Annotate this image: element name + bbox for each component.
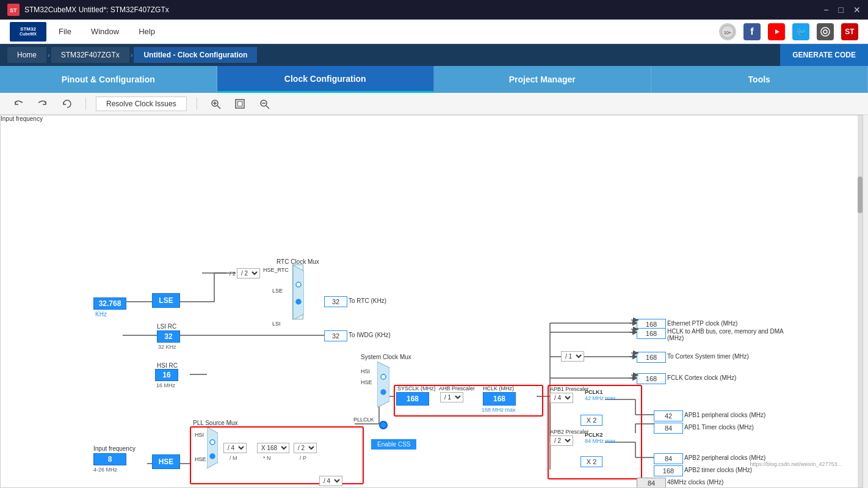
app-logo: STM32 CubeMX bbox=[10, 22, 46, 42]
svg-point-6 bbox=[821, 27, 830, 36]
hsi-val-box: 16 bbox=[155, 369, 178, 381]
cortex-div-select[interactable]: / 1 bbox=[561, 351, 584, 362]
menu-items: File Window Help bbox=[59, 27, 719, 36]
apb2-periph-label: APB2 peripheral clocks (MHz) bbox=[684, 454, 765, 461]
pll-m-select[interactable]: / 4 bbox=[223, 443, 247, 453]
svg-point-59 bbox=[296, 299, 301, 304]
tab-project[interactable]: Project Manager bbox=[434, 66, 651, 93]
cortex-div-container[interactable]: / 1 bbox=[561, 351, 584, 362]
to-iwdg-label: To IWDG (KHz) bbox=[349, 332, 391, 338]
tab-clock[interactable]: Clock Configuration bbox=[217, 66, 435, 93]
lse-block: LSE bbox=[152, 293, 180, 308]
hse-input-label: Input frequency bbox=[93, 445, 136, 452]
resolve-clock-button[interactable]: Resolve Clock Issues bbox=[96, 97, 187, 111]
youtube-icon bbox=[768, 23, 785, 40]
undo-button[interactable] bbox=[10, 95, 27, 112]
breadcrumb-home[interactable]: Home bbox=[7, 47, 46, 63]
clock-diagram: Input frequency 32.768 KHz LSE LSI RC 32… bbox=[1, 115, 849, 470]
refresh-button[interactable] bbox=[59, 95, 76, 112]
pll-m-container[interactable]: / 4 bbox=[223, 443, 247, 453]
tab-tools[interactable]: Tools bbox=[651, 66, 869, 93]
breadcrumb-project[interactable]: Untitled - Clock Configuration bbox=[134, 47, 257, 63]
to-rtc-val: 32 bbox=[324, 296, 347, 307]
ahb-div-select[interactable]: / 1 bbox=[440, 392, 463, 402]
zoom-out-button[interactable] bbox=[256, 95, 273, 112]
pllclk-label: PLLCLK bbox=[353, 417, 374, 423]
generate-code-button[interactable]: GENERATE CODE bbox=[780, 44, 868, 66]
tab-pinout[interactable]: Pinout & Configuration bbox=[0, 66, 217, 93]
pll-p-select[interactable]: / 2 bbox=[294, 443, 317, 453]
lse-value-box[interactable]: 32.768 bbox=[93, 297, 126, 310]
rtc-mux bbox=[292, 264, 303, 319]
rtc-div2-label: / 2 bbox=[230, 271, 236, 277]
watermark: https://blog.csdn.net/weixin_427753... bbox=[750, 461, 842, 467]
svg-line-9 bbox=[217, 106, 220, 109]
apb2-div-container[interactable]: / 2 bbox=[550, 435, 573, 446]
zoom-in-button[interactable] bbox=[207, 95, 224, 112]
badge-icon: 10+ bbox=[719, 23, 736, 40]
minimize-btn[interactable]: − bbox=[823, 5, 828, 15]
pll-q-select[interactable]: / 4 bbox=[319, 476, 342, 486]
hclk-val-box[interactable]: 168 bbox=[483, 392, 516, 406]
svg-point-61 bbox=[381, 374, 386, 379]
social-icons: 10+ f 🐦 ST bbox=[719, 23, 858, 40]
menu-file[interactable]: File bbox=[59, 27, 71, 36]
apb1-timer-val-box: 84 bbox=[654, 423, 683, 434]
maximize-btn[interactable]: □ bbox=[839, 5, 844, 15]
pclk1-label: PCLK1 bbox=[585, 389, 603, 395]
hse-block: HSE bbox=[152, 454, 180, 469]
toolbar-separator bbox=[85, 98, 86, 110]
48mhz-val-box: 84 bbox=[637, 478, 666, 488]
rtc-div-select[interactable]: / 2 bbox=[237, 268, 260, 279]
lsi-rc-label: LSI RC bbox=[157, 323, 176, 330]
apb2-div-select[interactable]: / 2 bbox=[550, 435, 573, 446]
app-icon: ST bbox=[7, 4, 20, 16]
input-freq-lse-label: Input frequency bbox=[1, 115, 43, 122]
apb1-periph-label: APB1 peripheral clocks (MHz) bbox=[684, 412, 765, 418]
pll-q-container[interactable]: / 4 bbox=[319, 476, 342, 486]
eth-ptp-label: Ethernet PTP clock (MHz) bbox=[667, 320, 737, 327]
vertical-scrollbar[interactable] bbox=[858, 115, 863, 487]
hclk-ahb-val-box: 168 bbox=[637, 328, 666, 339]
apb1-x2-box: X 2 bbox=[580, 415, 602, 426]
hse-val-box[interactable]: 8 bbox=[93, 453, 126, 465]
pclk1-max: 42 MHz max bbox=[585, 395, 616, 401]
lse-rtc-label: LSE bbox=[272, 288, 283, 294]
sysclk-mux bbox=[377, 362, 389, 407]
menu-window[interactable]: Window bbox=[91, 27, 119, 36]
svg-point-58 bbox=[296, 282, 301, 287]
menu-help[interactable]: Help bbox=[139, 27, 155, 36]
lse-input-label: Input frequency bbox=[1, 115, 43, 122]
ahb-prescaler-label: AHB Prescaler bbox=[439, 385, 475, 391]
breadcrumb-device[interactable]: STM32F407ZGTx bbox=[51, 47, 129, 63]
pll-n-container[interactable]: X 168 bbox=[257, 443, 289, 453]
scrollbar-thumb[interactable] bbox=[858, 177, 863, 213]
redo-button[interactable] bbox=[34, 95, 51, 112]
48mhz-label: 48MHz clocks (MHz) bbox=[667, 479, 723, 486]
apb1-div-select[interactable]: / 4 bbox=[550, 393, 573, 403]
lse-unit: KHz bbox=[95, 311, 107, 318]
svg-rect-12 bbox=[236, 100, 244, 108]
apb1-label: APB1 Prescaler bbox=[550, 386, 589, 392]
st-logo-icon: ST bbox=[841, 23, 858, 40]
pllclk-selected bbox=[379, 421, 388, 429]
sysclk-val-box[interactable]: 168 bbox=[396, 392, 429, 406]
apb1-div-container[interactable]: / 4 bbox=[550, 393, 573, 403]
window-title: STM32CubeMX Untitled*: STM32F407ZGTx bbox=[24, 5, 823, 14]
pll-n-label: * N bbox=[263, 455, 271, 461]
cortex-timer-val-box: 168 bbox=[637, 352, 666, 363]
svg-point-62 bbox=[381, 390, 386, 395]
hsi-mux-label: HSI bbox=[361, 368, 370, 374]
hclk-ahb-label: HCLK to AHB bus, core, memory and DMA (M… bbox=[667, 328, 789, 341]
rtc-div2-container[interactable]: / 2 / 2 bbox=[230, 268, 260, 279]
zoom-fit-button[interactable] bbox=[231, 95, 248, 112]
svg-line-15 bbox=[266, 106, 269, 109]
window-controls[interactable]: − □ ✕ bbox=[823, 5, 861, 15]
pclk2-max: 84 MHz max bbox=[585, 438, 616, 444]
close-btn[interactable]: ✕ bbox=[853, 5, 861, 15]
enable-css-button[interactable]: Enable CSS bbox=[371, 439, 416, 450]
pll-p-container[interactable]: / 2 bbox=[294, 443, 317, 453]
title-bar: ST STM32CubeMX Untitled*: STM32F407ZGTx … bbox=[0, 0, 868, 20]
pll-n-select[interactable]: X 168 bbox=[257, 443, 289, 453]
ahb-div-container[interactable]: / 1 bbox=[440, 392, 463, 402]
